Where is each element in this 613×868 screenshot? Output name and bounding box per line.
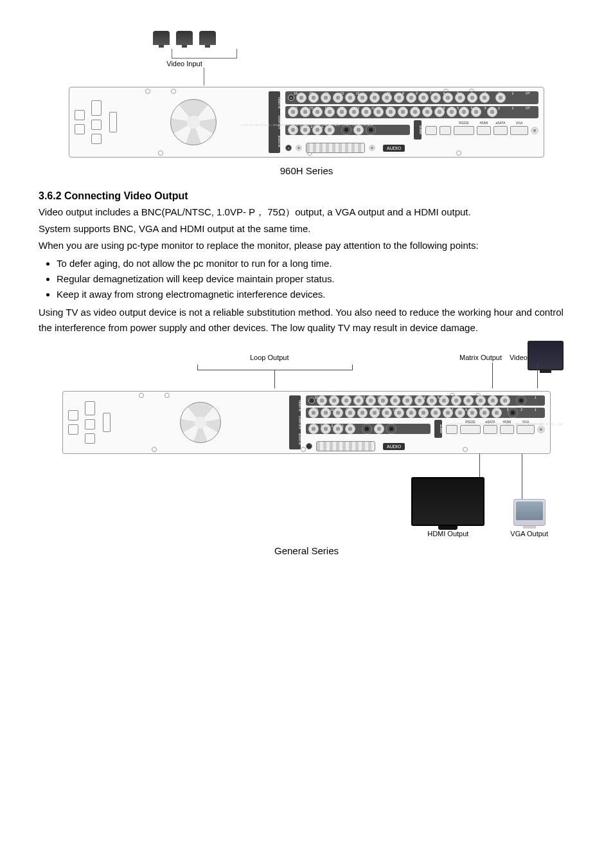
- figure-general: Loop Output Matrix Output Video Output: [39, 347, 574, 538]
- audio-in-row: 4321: [306, 424, 431, 434]
- rs232-port-icon: RS232: [460, 425, 481, 434]
- bnc-matrix-icon: [516, 395, 526, 406]
- body-text: System supports BNC, VGA and HDMI output…: [39, 221, 574, 237]
- bnc-icon: [467, 93, 477, 103]
- body-text: When you are using pc-type monitor to re…: [39, 238, 574, 253]
- vga-port-icon: VGA: [517, 425, 535, 434]
- camera-icon: [199, 31, 216, 45]
- body-text: Using TV as video output device is not a…: [39, 305, 574, 336]
- bnc-icon: [500, 395, 510, 406]
- bnc-icon: [475, 395, 486, 406]
- audio-label: AUDIO: [383, 443, 405, 450]
- port-icon: [85, 433, 95, 444]
- callout-line: [492, 363, 493, 388]
- bnc-icon: [361, 107, 371, 117]
- rs232-port-icon: RS232: [454, 126, 474, 135]
- video-in-row: 16151413121110987654321: [306, 395, 545, 406]
- bnc-icon: [479, 93, 490, 103]
- bnc-icon: [308, 93, 319, 103]
- bnc-icon: [345, 93, 355, 103]
- bnc-icon: [414, 395, 425, 406]
- audio-label: AUDIO: [383, 145, 405, 152]
- bnc-icon: [390, 395, 400, 406]
- hdmi-port-icon: HDMI: [477, 126, 491, 135]
- bullet-item: To defer aging, do not allow the pc moni…: [57, 256, 574, 271]
- row-label-strip: VIDEO IN LOOP OUT AUDIO IN: [289, 395, 301, 449]
- video-input-label: Video Input: [0, 60, 544, 68]
- loop-out-row: 16151413121110987654321OT: [285, 106, 538, 119]
- video-in-row: 16151413121110987654321OT +: [285, 91, 538, 104]
- bnc-icon: [366, 395, 376, 406]
- bnc-icon: [312, 107, 323, 117]
- network-port-icon: [446, 425, 458, 434]
- audio-connector-icon: [316, 441, 375, 451]
- bnc-icon: [374, 424, 384, 434]
- bnc-icon: [471, 107, 481, 117]
- plus-icon: +: [288, 95, 294, 101]
- camera-icon: [153, 31, 170, 45]
- esata-port-icon: eSATA: [493, 126, 508, 135]
- callout-line: [204, 68, 204, 86]
- rear-panel-general: VIDEO IN LOOP OUT AUDIO IN 1615141312111…: [62, 391, 551, 454]
- plus-icon: +: [285, 145, 292, 151]
- camera-icons: [0, 31, 544, 45]
- bnc-icon: [382, 408, 392, 418]
- bnc-icon: [459, 107, 469, 117]
- bnc-icon: [300, 107, 310, 117]
- bnc-icon: [378, 395, 388, 406]
- bnc-icon: [488, 395, 498, 406]
- bnc-icon: [431, 408, 441, 418]
- alarm-label: ALARM: [434, 420, 442, 438]
- bnc-icon: [410, 107, 420, 117]
- bnc-icon: [308, 408, 319, 418]
- usb-port-icon: [103, 413, 111, 432]
- monitor-icon: [528, 341, 564, 370]
- bnc-icon: [487, 107, 497, 117]
- hdmi-output-group: HDMI Output: [411, 477, 484, 538]
- esata-port-icon: eSATA: [483, 425, 497, 434]
- network-port-icon: [425, 126, 437, 135]
- bnc-icon: [308, 424, 319, 434]
- bnc-icon: [402, 395, 413, 406]
- loop-output-label: Loop Output: [250, 354, 289, 361]
- power-switch-icon: [75, 110, 85, 120]
- bnc-icon: [537, 426, 545, 433]
- loop-out-row: 16151413121110987654321: [306, 408, 545, 418]
- bnc-icon: [333, 424, 343, 434]
- port-icon: [91, 134, 102, 144]
- bnc-icon: [345, 424, 355, 434]
- rear-panel-960h: VIDEO IN LOOP OUT AUDIO IN 1615141312111…: [69, 87, 544, 158]
- bnc-icon: [333, 408, 343, 418]
- body-text: Video output includes a BNC(PAL/NTSC, 1.…: [39, 204, 574, 220]
- bullet-list: To defer aging, do not allow the pc moni…: [39, 256, 574, 302]
- power-socket-icon: [91, 100, 102, 116]
- bnc-icon: [492, 408, 502, 418]
- screw-icon: [306, 443, 312, 449]
- figure-960h: Video Input: [39, 31, 574, 158]
- bullet-item: Keep it away from strong electromagnetic…: [57, 287, 574, 302]
- vga-output-group: VGA Output: [510, 499, 548, 538]
- bnc-icon: [317, 395, 327, 406]
- bnc-icon: [439, 395, 449, 406]
- bnc-icon: [353, 395, 364, 406]
- bnc-icon: [455, 408, 465, 418]
- bnc-icon: [337, 107, 347, 117]
- vga-port-icon: VGA: [510, 126, 528, 135]
- bnc-icon: [296, 93, 306, 103]
- tv-icon: [411, 477, 484, 526]
- bnc-icon: [406, 93, 416, 103]
- section-heading: 3.6.2 Connecting Video Output: [39, 190, 574, 202]
- hdmi-output-label: HDMI Output: [427, 530, 468, 538]
- row-label-strip: VIDEO IN LOOP OUT AUDIO IN: [269, 91, 280, 153]
- bnc-icon: [386, 107, 396, 117]
- power-switch-icon: [68, 410, 78, 420]
- bracket: [172, 49, 237, 59]
- fan-icon: [180, 402, 221, 443]
- bnc-icon: [418, 408, 429, 418]
- bnc-icon: [398, 107, 408, 117]
- bnc-icon: [382, 93, 392, 103]
- bnc-icon: [463, 395, 474, 406]
- bnc-icon: [394, 408, 404, 418]
- callout-line: [537, 363, 538, 388]
- bnc-icon: [447, 107, 457, 117]
